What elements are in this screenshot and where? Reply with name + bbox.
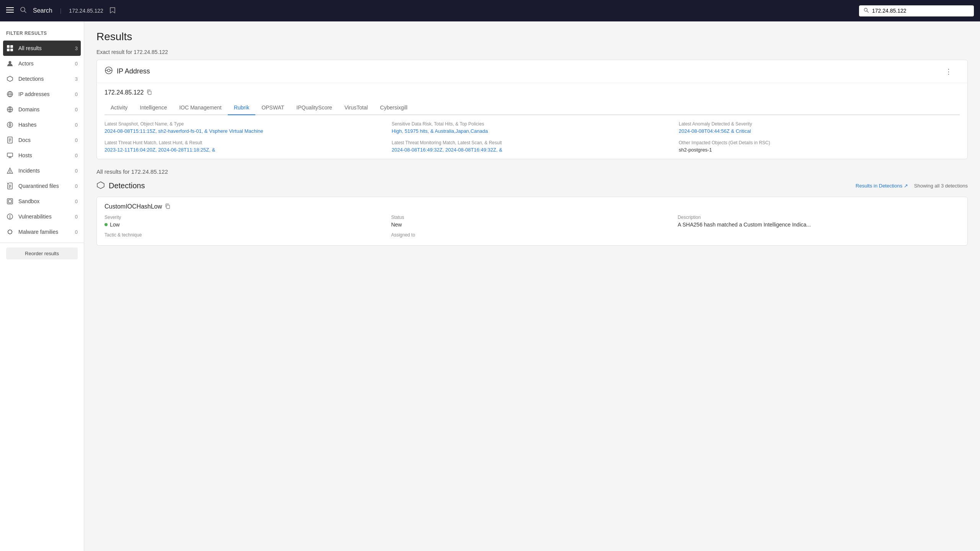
sidebar-item-actors[interactable]: Actors 0: [0, 56, 84, 71]
domain-icon: [6, 106, 14, 113]
rubrik-col4-link[interactable]: 2023-12-11T16:04:20Z, 2024-06-28T11:18:2…: [105, 147, 215, 153]
severity-dot: [105, 223, 108, 226]
sidebar-item-hashes[interactable]: Hashes 0: [0, 117, 84, 132]
svg-point-19: [9, 124, 11, 126]
svg-line-52: [8, 233, 9, 234]
tab-intelligence[interactable]: Intelligence: [134, 101, 173, 115]
results-in-detections-link[interactable]: Results in Detections ↗: [856, 183, 908, 189]
tab-ipqualityscore[interactable]: IPQualityScore: [290, 101, 338, 115]
quarantine-icon: [6, 182, 14, 190]
tab-rubrik[interactable]: Rubrik: [228, 101, 255, 115]
tab-ioc-management[interactable]: IOC Management: [173, 101, 228, 115]
sidebar-hashes-count: 0: [75, 122, 78, 128]
topbar-search-bar[interactable]: [859, 5, 974, 16]
svg-rect-57: [148, 91, 151, 95]
menu-icon[interactable]: [6, 6, 14, 16]
tab-activity[interactable]: Activity: [105, 101, 134, 115]
ip-card-icon: [105, 66, 113, 77]
ip-address-row: 172.24.85.122: [105, 89, 960, 96]
sidebar-vuln-label: Vulnerabilities: [18, 214, 70, 220]
rubrik-col2-link[interactable]: High, 51975 hits, & Australia,Japan,Cana…: [392, 128, 488, 134]
svg-rect-26: [7, 153, 13, 156]
rubrik-col1-value: 2024-08-08T15:11:15Z, sh2-haverford-fs-0…: [105, 128, 385, 134]
ip-address-text: 172.24.85.122: [105, 89, 144, 96]
sidebar-item-docs[interactable]: Docs 0: [0, 132, 84, 148]
sidebar-incidents-count: 0: [75, 168, 78, 174]
sidebar-item-malware-families[interactable]: Malware families 0: [0, 224, 84, 240]
sidebar-actors-label: Actors: [18, 60, 70, 67]
detections-header-icon: [96, 181, 105, 191]
rubrik-col4-value: 2023-12-11T16:04:20Z, 2024-06-28T11:18:2…: [105, 147, 385, 153]
sidebar: Filter results All results 3 Actors 0 De…: [0, 21, 84, 551]
svg-rect-59: [167, 205, 170, 209]
sidebar-quarantine-label: Quarantined files: [18, 183, 70, 189]
sidebar-item-sandbox[interactable]: Sandbox 0: [0, 194, 84, 209]
rubrik-col2-label: Sensitive Data Risk, Total Hits, & Top P…: [392, 121, 673, 127]
topbar: Search | 172.24.85.122: [0, 0, 980, 21]
rubrik-col2-value: High, 51975 hits, & Australia,Japan,Cana…: [392, 128, 673, 134]
rubrik-col5-link[interactable]: 2024-08-08T16:49:32Z, 2024-08-08T16:49:3…: [392, 147, 502, 153]
showing-detections-text: Showing all 3 detections: [914, 183, 968, 189]
svg-line-4: [24, 11, 26, 13]
reorder-results-button[interactable]: Reorder results: [6, 248, 78, 259]
topbar-search-label: Search: [33, 7, 52, 14]
sidebar-quarantine-count: 0: [75, 183, 78, 189]
detection-description-value: A SHA256 hash matched a Custom Intellige…: [678, 222, 960, 228]
detection-severity-cell: Severity Low: [105, 215, 387, 228]
detection-name: CustomIOCHashLow: [105, 203, 162, 210]
rubrik-col3-label: Latest Anomaly Detected & Severity: [679, 121, 960, 127]
sidebar-all-results-label: All results: [18, 45, 70, 51]
detection-description-cell: Description A SHA256 hash matched a Cust…: [678, 215, 960, 228]
topbar-search-input[interactable]: [872, 8, 969, 14]
rubrik-col4: Latest Threat Hunt Match, Latest Hunt, &…: [105, 140, 385, 153]
sidebar-docs-count: 0: [75, 137, 78, 143]
topbar-bookmark-icon[interactable]: [109, 7, 116, 15]
detections-section: Detections Results in Detections ↗ Showi…: [96, 181, 968, 246]
detection-copy-icon[interactable]: [165, 204, 170, 210]
svg-line-50: [11, 233, 12, 234]
sidebar-hosts-label: Hosts: [18, 152, 70, 158]
tab-virustotal[interactable]: VirusTotal: [338, 101, 374, 115]
rubrik-col1-link[interactable]: 2024-08-08T15:11:15Z, sh2-haverford-fs-0…: [105, 128, 263, 134]
detection-tactic-cell: Tactic & technique: [105, 232, 387, 239]
doc-icon: [6, 136, 14, 144]
sidebar-item-ip-addresses[interactable]: IP addresses 0: [0, 86, 84, 102]
sidebar-ip-count: 0: [75, 91, 78, 97]
svg-point-31: [10, 172, 10, 172]
detection-name-row: CustomIOCHashLow: [105, 203, 960, 210]
sidebar-item-vulnerabilities[interactable]: Vulnerabilities 0: [0, 209, 84, 224]
ip-address-card: IP Address ⋮ 172.24.85.122 Activity Inte…: [96, 60, 968, 159]
rubrik-col3-link[interactable]: 2024-08-08T04:44:56Z & Critical: [679, 128, 751, 134]
svg-rect-40: [8, 200, 11, 203]
copy-icon[interactable]: [147, 90, 152, 96]
tab-opswat[interactable]: OPSWAT: [255, 101, 290, 115]
detection-status-cell: Status New: [391, 215, 673, 228]
svg-point-43: [10, 218, 10, 218]
detection-assigned-cell: Assigned to: [391, 232, 673, 239]
sidebar-malware-label: Malware families: [18, 229, 70, 235]
sidebar-item-quarantined-files[interactable]: Quarantined files 0: [0, 178, 84, 194]
sidebar-domains-count: 0: [75, 107, 78, 112]
svg-point-11: [9, 61, 11, 64]
tab-cybersixgill[interactable]: Cybersixgill: [374, 101, 414, 115]
topbar-query: 172.24.85.122: [69, 8, 103, 14]
topbar-search-icon: [20, 7, 27, 15]
topbar-divider: |: [60, 8, 62, 14]
sidebar-item-domains[interactable]: Domains 0: [0, 102, 84, 117]
sidebar-item-detections[interactable]: Detections 3: [0, 71, 84, 86]
all-results-label: All results for 172.24.85.122: [96, 168, 968, 175]
sidebar-item-hosts[interactable]: Hosts 0: [0, 148, 84, 163]
sidebar-item-all-results[interactable]: All results 3: [3, 41, 81, 56]
main-content: Results Exact result for 172.24.85.122 I…: [84, 21, 980, 551]
page-title: Results: [96, 31, 968, 43]
sidebar-docs-label: Docs: [18, 137, 70, 143]
svg-rect-39: [7, 199, 13, 204]
svg-marker-58: [97, 182, 104, 189]
ip-card-header: IP Address ⋮: [97, 60, 967, 83]
sidebar-filter-title: Filter results: [0, 28, 84, 41]
svg-rect-8: [10, 45, 13, 48]
detection-severity-value: Low: [105, 222, 387, 228]
sidebar-item-incidents[interactable]: Incidents 0: [0, 163, 84, 178]
more-options-icon[interactable]: ⋮: [945, 67, 952, 76]
sidebar-bottom: Reorder results: [0, 243, 84, 264]
